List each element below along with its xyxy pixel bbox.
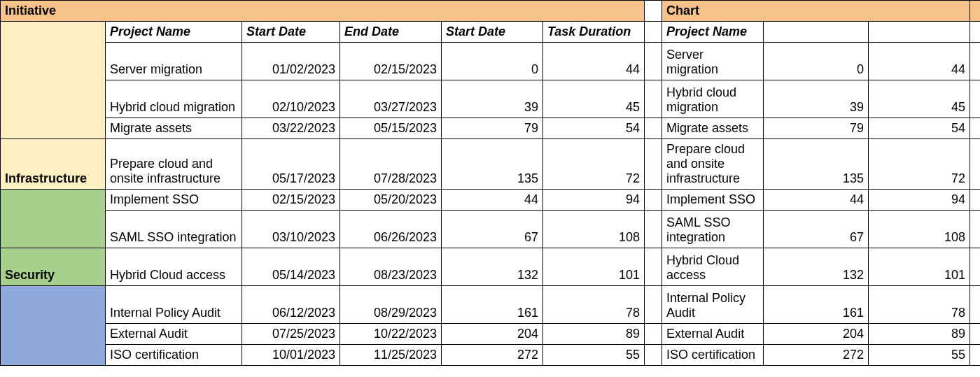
cell-end-date[interactable]: 10/22/2023 (340, 324, 442, 345)
category-infrastructure-upper[interactable] (1, 22, 106, 139)
cell-project-name[interactable]: Internal Policy Audit (106, 286, 242, 324)
cell-duration-r[interactable]: 44 (869, 43, 970, 80)
cell-end-date[interactable]: 11/25/2023 (340, 345, 442, 366)
cell-offset[interactable]: 272 (442, 345, 543, 366)
cell-duration-r[interactable]: 55 (869, 345, 970, 366)
cell-project-name-r[interactable]: External Audit (662, 324, 764, 345)
cell-start-date[interactable]: 07/25/2023 (242, 324, 340, 345)
cell-offset-r[interactable]: 132 (764, 248, 869, 286)
gap-cell[interactable] (645, 22, 662, 43)
cell-offset-r[interactable]: 44 (764, 190, 869, 211)
gap-cell[interactable] (645, 248, 662, 286)
gap-cell[interactable] (970, 118, 980, 139)
category-compliance[interactable] (1, 286, 106, 366)
gap-cell[interactable] (645, 80, 662, 118)
gap-cell[interactable] (645, 345, 662, 366)
cell-project-name-r[interactable]: ISO certification (662, 345, 764, 366)
cell-project-name[interactable]: External Audit (106, 324, 242, 345)
cell-offset[interactable]: 204 (442, 324, 543, 345)
cell-start-date[interactable]: 03/22/2023 (242, 118, 340, 139)
cell-offset-r[interactable]: 272 (764, 345, 869, 366)
cell-offset[interactable]: 132 (442, 248, 543, 286)
cell-offset-r[interactable]: 204 (764, 324, 869, 345)
cell-offset-r[interactable]: 0 (764, 43, 869, 80)
cell-offset[interactable]: 135 (442, 139, 543, 190)
cell-offset[interactable]: 79 (442, 118, 543, 139)
gap-cell[interactable] (970, 248, 980, 286)
header-chart[interactable]: Chart (662, 1, 970, 22)
cell-start-date[interactable]: 05/14/2023 (242, 248, 340, 286)
cell-offset[interactable]: 39 (442, 80, 543, 118)
cell-duration[interactable]: 55 (543, 345, 645, 366)
cell-offset-r[interactable]: 161 (764, 286, 869, 324)
gap-cell[interactable] (645, 211, 662, 248)
gap-cell[interactable] (970, 345, 980, 366)
cell-duration[interactable]: 45 (543, 80, 645, 118)
cell-duration-r[interactable]: 54 (869, 118, 970, 139)
cell-duration-r[interactable]: 72 (869, 139, 970, 190)
col-project-name-r[interactable]: Project Name (662, 22, 764, 43)
cell-duration[interactable]: 54 (543, 118, 645, 139)
cell-project-name-r[interactable]: Implement SSO (662, 190, 764, 211)
cell-project-name-r[interactable]: Server migration (662, 43, 764, 80)
cell-project-name[interactable]: Hybrid cloud migration (106, 80, 242, 118)
gap-cell[interactable] (645, 139, 662, 190)
cell-duration[interactable]: 101 (543, 248, 645, 286)
col-duration-r[interactable] (869, 22, 970, 43)
cell-offset-r[interactable]: 135 (764, 139, 869, 190)
cell-offset[interactable]: 44 (442, 190, 543, 211)
cell-project-name[interactable]: ISO certification (106, 345, 242, 366)
gap-cell[interactable] (645, 43, 662, 80)
gap-cell[interactable] (645, 190, 662, 211)
cell-project-name[interactable]: Prepare cloud and onsite infrastructure (106, 139, 242, 190)
cell-offset-r[interactable]: 39 (764, 80, 869, 118)
cell-end-date[interactable]: 08/29/2023 (340, 286, 442, 324)
cell-end-date[interactable]: 07/28/2023 (340, 139, 442, 190)
cell-start-date[interactable]: 10/01/2023 (242, 345, 340, 366)
gap-cell[interactable] (970, 324, 980, 345)
category-security[interactable]: Security (1, 248, 106, 286)
cell-start-date[interactable]: 03/10/2023 (242, 211, 340, 248)
cell-duration-r[interactable]: 94 (869, 190, 970, 211)
gap-cell[interactable] (645, 1, 662, 22)
cell-start-date[interactable]: 06/12/2023 (242, 286, 340, 324)
gap-cell[interactable] (970, 80, 980, 118)
gap-cell[interactable] (970, 190, 980, 211)
cell-duration-r[interactable]: 45 (869, 80, 970, 118)
cell-project-name[interactable]: Implement SSO (106, 190, 242, 211)
gap-cell[interactable] (970, 43, 980, 80)
cell-end-date[interactable]: 03/27/2023 (340, 80, 442, 118)
cell-end-date[interactable]: 06/26/2023 (340, 211, 442, 248)
gap-cell[interactable] (645, 118, 662, 139)
col-start-date[interactable]: Start Date (242, 22, 340, 43)
cell-project-name-r[interactable]: Prepare cloud and onsite infrastructure (662, 139, 764, 190)
cell-duration-r[interactable]: 89 (869, 324, 970, 345)
cell-start-date[interactable]: 02/15/2023 (242, 190, 340, 211)
cell-project-name[interactable]: Migrate assets (106, 118, 242, 139)
cell-project-name[interactable]: SAML SSO integration (106, 211, 242, 248)
cell-start-date[interactable]: 01/02/2023 (242, 43, 340, 80)
cell-duration[interactable]: 78 (543, 286, 645, 324)
header-chart-trail[interactable] (970, 1, 980, 22)
cell-end-date[interactable]: 08/23/2023 (340, 248, 442, 286)
cell-duration-r[interactable]: 78 (869, 286, 970, 324)
cell-project-name-r[interactable]: SAML SSO integration (662, 211, 764, 248)
cell-start-date[interactable]: 05/17/2023 (242, 139, 340, 190)
cell-start-date[interactable]: 02/10/2023 (242, 80, 340, 118)
cell-offset-r[interactable]: 79 (764, 118, 869, 139)
gap-cell[interactable] (970, 139, 980, 190)
cell-end-date[interactable]: 05/20/2023 (340, 190, 442, 211)
category-infrastructure[interactable]: Infrastructure (1, 139, 106, 190)
cell-duration[interactable]: 94 (543, 190, 645, 211)
col-task-duration[interactable]: Task Duration (543, 22, 645, 43)
cell-end-date[interactable]: 05/15/2023 (340, 118, 442, 139)
col-end-date[interactable]: End Date (340, 22, 442, 43)
cell-offset[interactable]: 0 (442, 43, 543, 80)
cell-project-name-r[interactable]: Internal Policy Audit (662, 286, 764, 324)
cell-duration[interactable]: 44 (543, 43, 645, 80)
cell-offset[interactable]: 161 (442, 286, 543, 324)
col-project-name[interactable]: Project Name (106, 22, 242, 43)
col-start-offset[interactable]: Start Date (442, 22, 543, 43)
cell-project-name[interactable]: Server migration (106, 43, 242, 80)
cell-duration[interactable]: 89 (543, 324, 645, 345)
